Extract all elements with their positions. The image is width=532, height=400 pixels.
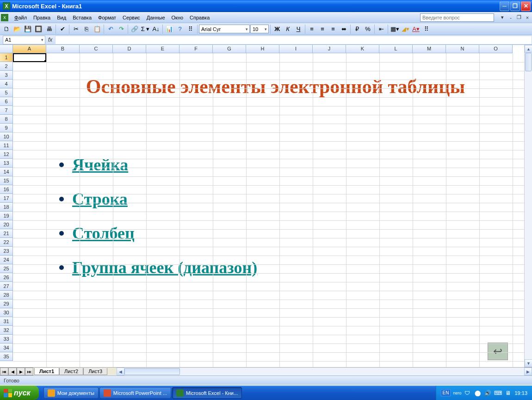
borders-icon[interactable]: ▦▾ [390,24,400,34]
column-header[interactable]: M [413,45,446,53]
italic-button[interactable]: К [283,24,293,34]
close-button[interactable]: ✕ [521,1,531,11]
sheet-last-icon[interactable]: ⏭ [25,368,33,375]
row-header[interactable]: 3 [0,71,13,80]
return-button[interactable]: ↩ [488,343,508,360]
cells-area[interactable]: Основные элементы электронной таблицы Яч… [13,53,524,367]
column-header[interactable]: D [113,45,146,53]
language-indicator[interactable]: EN [441,389,451,396]
row-header[interactable]: 8 [0,115,13,124]
workbook-close-button[interactable]: × [524,14,531,21]
row-header[interactable]: 19 [0,212,13,220]
row-header[interactable]: 11 [0,141,13,150]
sheet-prev-icon[interactable]: ◀ [8,368,17,375]
minimize-button[interactable]: ─ [500,1,509,11]
font-selector[interactable]: Arial Cyr [199,25,250,33]
row-header[interactable]: 32 [0,326,13,335]
row-header[interactable]: 35 [0,352,13,361]
menu-data[interactable]: Данные [143,13,168,22]
row-header[interactable]: 7 [0,106,13,115]
row-header[interactable]: 20 [0,220,13,229]
excel-doc-icon[interactable]: X [1,14,8,21]
menu-insert[interactable]: Вставка [69,13,95,22]
tray-icon[interactable]: ⬤ [474,389,481,397]
menu-view[interactable]: Вид [54,13,69,22]
decrease-indent-icon[interactable]: ⇤ [376,24,386,34]
vscroll-thumb[interactable] [525,53,532,71]
sheet-tab-3[interactable]: Лист3 [83,368,107,375]
column-header[interactable]: E [146,45,179,53]
font-size-selector[interactable]: 10 [250,25,269,33]
row-header[interactable]: 34 [0,344,13,352]
undo-icon[interactable]: ↶ [105,24,116,34]
spelling-icon[interactable]: ✔ [57,24,68,34]
row-header[interactable]: 12 [0,150,13,159]
sheet-tab-2[interactable]: Лист2 [59,368,83,375]
merge-center-icon[interactable]: ⬌ [339,24,349,34]
dropdown-icon[interactable]: ▾ [499,14,506,21]
fill-color-icon[interactable]: ◢▾ [400,24,410,34]
fx-icon[interactable]: fx [48,37,52,43]
column-header[interactable]: L [379,45,413,53]
sort-asc-icon[interactable]: A↓ [151,24,161,34]
row-header[interactable]: 29 [0,300,13,308]
column-header[interactable]: A [13,45,46,53]
row-header[interactable]: 22 [0,238,13,247]
bold-button[interactable]: Ж [272,24,282,34]
align-left-icon[interactable]: ≡ [307,24,317,34]
formula-input[interactable] [55,36,532,44]
help-question-input[interactable] [420,13,494,22]
workbook-minimize-button[interactable]: - [507,14,514,21]
autosum-icon[interactable]: Σ ▾ [140,24,150,34]
row-header[interactable]: 18 [0,203,13,212]
row-header[interactable]: 9 [0,124,13,132]
toolbar-options-icon[interactable]: ⠿ [186,24,196,34]
column-header[interactable]: H [246,45,279,53]
column-header[interactable]: J [313,45,346,53]
hyperlink-icon[interactable]: 🔗 [130,24,140,34]
row-header[interactable]: 31 [0,317,13,326]
active-cell[interactable] [13,53,46,62]
row-header[interactable]: 5 [0,88,13,97]
nero-tray-icon[interactable]: nero [453,389,461,397]
row-header[interactable]: 6 [0,97,13,106]
sheet-next-icon[interactable]: ▶ [17,368,25,375]
save-icon[interactable]: 💾 [23,24,33,34]
row-header[interactable]: 27 [0,282,13,291]
row-header[interactable]: 28 [0,291,13,300]
scroll-left-icon[interactable]: ◀ [117,368,124,375]
sheet-tab-1[interactable]: Лист1 [34,368,59,375]
chart-icon[interactable]: 📊 [164,24,174,34]
clock[interactable]: 19:13 [514,390,527,396]
row-header[interactable]: 4 [0,80,13,88]
row-header[interactable]: 14 [0,168,13,176]
column-header[interactable]: F [179,45,213,53]
name-box[interactable]: A1 [3,36,45,44]
row-header[interactable]: 33 [0,335,13,344]
tray-icon[interactable]: 🖥 [504,389,512,397]
row-header[interactable]: 23 [0,247,13,256]
row-header[interactable]: 17 [0,194,13,203]
cut-icon[interactable]: ✂ [71,24,81,34]
print-icon[interactable]: 🖶 [44,24,54,34]
align-center-icon[interactable]: ≡ [317,24,328,34]
column-header[interactable]: C [80,45,113,53]
column-header[interactable]: N [446,45,479,53]
help-icon[interactable]: ? [175,24,185,34]
tray-icon[interactable]: ⌨ [494,389,501,397]
align-right-icon[interactable]: ≡ [328,24,338,34]
row-header[interactable]: 13 [0,159,13,168]
row-header[interactable]: 16 [0,185,13,194]
taskbar-item-excel[interactable]: Microsoft Excel - Кни... [172,387,242,399]
row-header[interactable]: 26 [0,273,13,282]
scroll-down-icon[interactable]: ▼ [525,359,532,367]
column-header[interactable]: G [213,45,246,53]
row-header[interactable]: 30 [0,308,13,317]
scroll-up-icon[interactable]: ▲ [525,45,532,53]
row-header[interactable]: 1 [0,53,13,62]
column-header[interactable]: K [346,45,379,53]
paste-icon[interactable]: 📋 [92,24,102,34]
menu-file[interactable]: Файл [11,13,30,22]
tray-icon[interactable]: 🔊 [484,389,491,397]
toolbar-options2-icon[interactable]: ⠿ [421,24,432,34]
